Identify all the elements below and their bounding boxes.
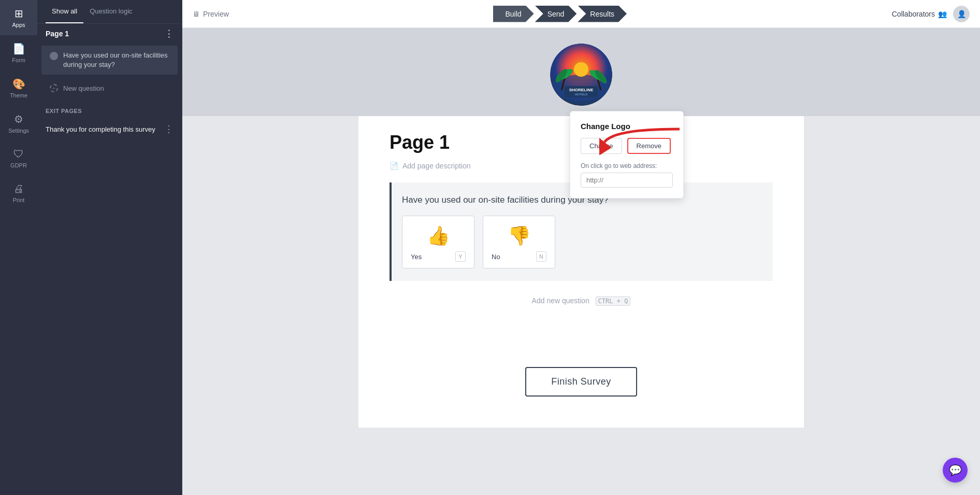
nav-settings-label: Settings bbox=[8, 128, 29, 134]
svg-point-2 bbox=[574, 62, 588, 77]
top-bar: 🖥 Preview Build Send Results Collaborato… bbox=[182, 0, 980, 28]
nav-print-label: Print bbox=[13, 197, 25, 203]
change-logo-change-button[interactable]: Change bbox=[581, 138, 622, 154]
pipeline-send[interactable]: Send bbox=[535, 6, 577, 22]
no-label: No bbox=[492, 253, 500, 261]
nav-settings[interactable]: ⚙ Settings bbox=[0, 106, 37, 141]
yes-label: Yes bbox=[411, 253, 422, 261]
sidebar: Show all Question logic Page 1 ⋮ Have yo… bbox=[37, 0, 182, 495]
change-logo-remove-button[interactable]: Remove bbox=[627, 138, 671, 154]
sidebar-question-item[interactable]: Have you used our on-site facilities dur… bbox=[41, 46, 178, 75]
nav-gdpr-label: GDPR bbox=[10, 162, 27, 168]
plus-icon: + bbox=[50, 84, 58, 92]
preview-button[interactable]: 🖥 Preview bbox=[193, 10, 229, 18]
gdpr-icon: 🛡 bbox=[13, 148, 24, 160]
survey-canvas: SHORELINE HOTELS Change Logo Change Remo… bbox=[182, 28, 980, 495]
nav-theme[interactable]: 🎨 Theme bbox=[0, 70, 37, 106]
pipeline-results[interactable]: Results bbox=[578, 6, 627, 22]
svg-text:SHORELINE: SHORELINE bbox=[569, 88, 594, 92]
user-avatar[interactable]: 👤 bbox=[953, 6, 970, 22]
sidebar-tabs: Show all Question logic bbox=[37, 0, 182, 24]
thumbs-down-icon: 👎 bbox=[508, 227, 531, 245]
nav-theme-label: Theme bbox=[10, 92, 27, 98]
answer-options: 👍 Yes Y 👎 No N bbox=[402, 216, 760, 268]
tab-show-all[interactable]: Show all bbox=[46, 0, 83, 23]
sidebar-page-title: Page 1 ⋮ bbox=[37, 24, 182, 44]
question-dot bbox=[50, 52, 58, 60]
nav-bar: ⊞ Apps 📄 Form 🎨 Theme ⚙ Settings 🛡 GDPR … bbox=[0, 0, 37, 495]
finish-survey-area: Finish Survey bbox=[358, 336, 804, 407]
print-icon: 🖨 bbox=[13, 183, 24, 195]
new-question-item[interactable]: + New question bbox=[41, 79, 178, 97]
logo-image: SHORELINE HOTELS bbox=[550, 44, 612, 106]
exit-pages-label: EXIT PAGES bbox=[37, 100, 182, 118]
top-bar-left: 🖥 Preview bbox=[193, 10, 229, 18]
nav-apps-label: Apps bbox=[12, 22, 25, 28]
add-collaborator-icon: 👥 bbox=[938, 10, 947, 18]
theme-icon: 🎨 bbox=[12, 78, 25, 90]
change-logo-popup: Change Logo Change Remove On click go to… bbox=[570, 111, 684, 199]
desc-icon: 📄 bbox=[390, 162, 398, 170]
pipeline-steps: Build Send Results bbox=[493, 6, 628, 22]
form-icon: 📄 bbox=[12, 43, 25, 55]
main-content: 🖥 Preview Build Send Results Collaborato… bbox=[182, 0, 980, 495]
answer-yes[interactable]: 👍 Yes Y bbox=[402, 216, 474, 268]
chat-bubble-button[interactable]: 💬 bbox=[943, 458, 968, 483]
no-key: N bbox=[536, 251, 546, 262]
url-label: On click go to web address: bbox=[581, 162, 673, 169]
thumbs-up-icon: 👍 bbox=[427, 227, 450, 245]
svg-text:HOTELS: HOTELS bbox=[575, 93, 587, 96]
change-logo-buttons: Change Remove bbox=[581, 138, 673, 154]
change-logo-title: Change Logo bbox=[581, 122, 673, 131]
pipeline-build[interactable]: Build bbox=[493, 6, 534, 22]
answer-no[interactable]: 👎 No N bbox=[483, 216, 555, 268]
shortcut-key: CTRL + Q bbox=[596, 296, 631, 306]
settings-icon: ⚙ bbox=[14, 113, 23, 125]
top-bar-right: Collaborators 👥 👤 bbox=[892, 6, 970, 22]
logo-container[interactable]: SHORELINE HOTELS bbox=[550, 44, 612, 106]
nav-gdpr[interactable]: 🛡 GDPR bbox=[0, 141, 37, 176]
nav-apps[interactable]: ⊞ Apps bbox=[0, 0, 37, 35]
monitor-icon: 🖥 bbox=[193, 10, 200, 18]
chat-icon: 💬 bbox=[949, 464, 962, 476]
exit-page-item[interactable]: Thank you for completing this survey ⋮ bbox=[37, 118, 182, 140]
tab-question-logic[interactable]: Question logic bbox=[83, 0, 138, 23]
nav-print[interactable]: 🖨 Print bbox=[0, 176, 37, 210]
exit-page-menu[interactable]: ⋮ bbox=[164, 123, 174, 135]
nav-form[interactable]: 📄 Form bbox=[0, 35, 37, 70]
yes-key: Y bbox=[455, 251, 466, 262]
question-label: Have you used our on-site facilities dur… bbox=[63, 51, 169, 69]
add-new-question[interactable]: Add new question CTRL + Q bbox=[390, 281, 773, 320]
finish-survey-button[interactable]: Finish Survey bbox=[525, 367, 637, 397]
survey-header: SHORELINE HOTELS bbox=[182, 28, 980, 116]
url-input[interactable] bbox=[581, 173, 673, 188]
nav-form-label: Form bbox=[12, 57, 25, 63]
page-options-menu[interactable]: ⋮ bbox=[164, 28, 174, 39]
apps-icon: ⊞ bbox=[15, 7, 23, 20]
collaborators-button[interactable]: Collaborators 👥 bbox=[892, 10, 947, 18]
